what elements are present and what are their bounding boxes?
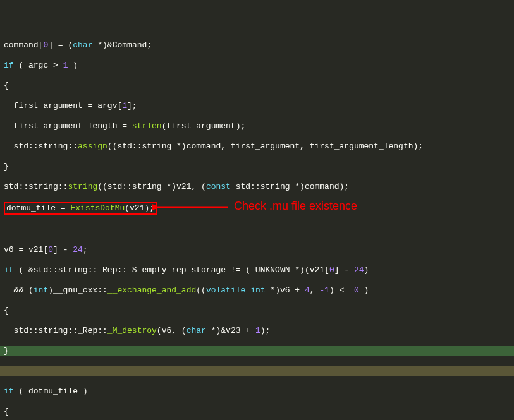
annotation-check-mu: Check .mu file existence [234,201,357,211]
code-line: v6 = v21[0] - 24; [0,245,514,255]
code-line: if ( &std::string::_Rep::_S_empty_rep_st… [0,265,514,275]
arrow-icon [152,202,234,212]
code-line: } [0,162,514,172]
code-line: std::string::_Rep::_M_destroy(v6, (char … [0,326,514,336]
code-line: { [0,407,514,417]
code-line: { [0,81,514,91]
code-line-highlighted: dotmu_file = ExistsDotMu(v21); Check .mu… [0,202,514,235]
code-line: if ( argc > 1 ) [0,61,514,71]
highlighted-call-existsdotmu: dotmu_file = ExistsDotMu(v21); [4,202,157,215]
code-line: } [0,346,514,356]
divider-line [0,366,514,376]
code-line: first_argument = argv[1]; [0,101,514,111]
code-line: if ( dotmu_file ) [0,387,514,397]
code-line: first_argument_length = strlen(first_arg… [0,121,514,131]
code-line: std::string::assign((std::string *)comma… [0,141,514,152]
code-line: command[0] = (char *)&Command; [0,40,514,51]
code-line: { [0,306,514,316]
code-line: && (int)__gnu_cxx::__exchange_and_add((v… [0,285,514,296]
code-line: std::string::string((std::string *)v21, … [0,182,514,192]
